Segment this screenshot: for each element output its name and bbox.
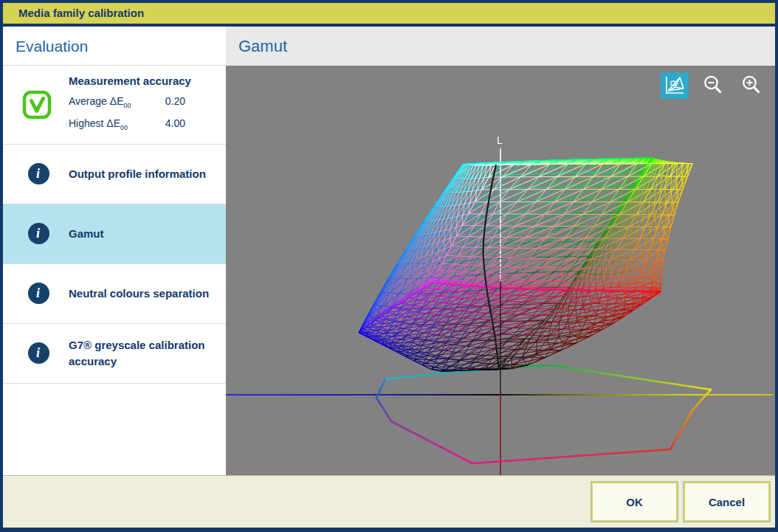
dialog-content: Evaluation Measurement accuracyAverage Δ… <box>3 27 775 475</box>
evaluation-item-list: Measurement accuracyAverage ΔE000.20High… <box>3 66 226 384</box>
zoom-out-icon <box>702 74 724 98</box>
item-icon-box: i <box>22 283 53 304</box>
zoom-in-icon <box>740 74 762 98</box>
sidebar-title: Evaluation <box>3 27 226 66</box>
item-icon-box: i <box>22 342 53 364</box>
evaluation-sidebar: Evaluation Measurement accuracyAverage Δ… <box>3 27 226 475</box>
media-family-calibration-dialog: Media family calibration Evaluation Meas… <box>0 0 778 532</box>
sidebar-item-measurement-accuracy[interactable]: Measurement accuracyAverage ΔE000.20High… <box>3 66 226 145</box>
metric-rows: Average ΔE000.20Highest ΔE004.00 <box>69 92 185 137</box>
item-body: Gamut <box>69 226 220 242</box>
metric-label: Highest ΔE00 <box>69 114 128 137</box>
check-icon <box>22 90 52 120</box>
sidebar-item-g7-greyscale-calibration-accuracy[interactable]: iG7® greyscale calibration accuracy <box>3 324 226 384</box>
cancel-button[interactable]: Cancel <box>684 482 770 522</box>
sidebar-item-gamut[interactable]: iGamut <box>3 204 226 264</box>
zoom-out-button[interactable] <box>699 72 727 99</box>
item-title: Gamut <box>69 226 220 242</box>
info-icon: i <box>28 342 49 364</box>
item-title: Measurement accuracy <box>69 73 220 89</box>
item-icon-box: i <box>22 223 53 244</box>
item-title: Neutral colours separation <box>69 286 220 302</box>
info-icon: i <box>28 163 49 184</box>
item-icon-box <box>22 90 53 120</box>
item-title: G7® greyscale calibration accuracy <box>69 337 220 370</box>
item-body: G7® greyscale calibration accuracy <box>69 337 220 370</box>
gamut-panel: Gamut <box>226 27 775 475</box>
item-title: Output profile information <box>69 166 220 182</box>
metric-row: Average ΔE000.20 <box>69 92 185 114</box>
gamut-3d-viewport[interactable] <box>226 66 775 475</box>
gamut-3d-view-button[interactable] <box>661 72 689 99</box>
item-body: Neutral colours separation <box>69 286 220 302</box>
ok-button[interactable]: OK <box>591 482 678 522</box>
metric-label: Average ΔE00 <box>69 92 131 114</box>
panel-title: Gamut <box>226 27 775 66</box>
metric-value: 0.20 <box>165 92 185 114</box>
gamut-toolbar <box>661 72 765 99</box>
sidebar-item-output-profile-information[interactable]: iOutput profile information <box>3 145 226 204</box>
dialog-footer: OK Cancel <box>3 476 775 528</box>
sidebar-item-neutral-colours-separation[interactable]: iNeutral colours separation <box>3 264 226 324</box>
metric-row: Highest ΔE004.00 <box>69 114 185 137</box>
window-title: Media family calibration <box>3 3 775 24</box>
item-body: Output profile information <box>69 166 220 182</box>
zoom-in-button[interactable] <box>737 72 765 99</box>
gamut-wireframe-canvas[interactable] <box>226 66 773 475</box>
metric-value: 4.00 <box>165 114 185 137</box>
item-body: Measurement accuracyAverage ΔE000.20High… <box>69 73 220 137</box>
3d-gamut-view-icon <box>664 75 686 97</box>
info-icon: i <box>28 283 49 304</box>
item-icon-box: i <box>22 163 53 184</box>
info-icon: i <box>28 223 49 244</box>
